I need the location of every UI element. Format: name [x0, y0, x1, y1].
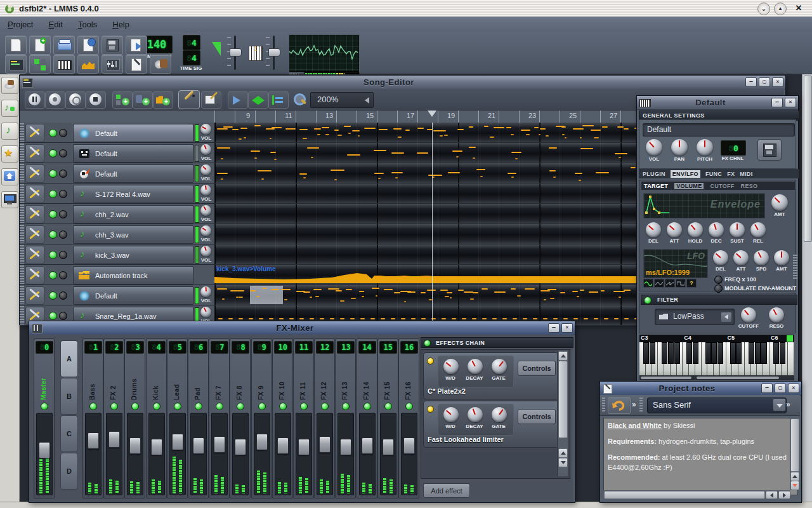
env-hold-knob[interactable]: [688, 222, 703, 237]
track-volume-knob[interactable]: [200, 205, 211, 216]
track-volume-label[interactable]: VOL: [198, 176, 214, 182]
track-name-plate[interactable]: ♪S-172 Real 4.wav: [73, 185, 193, 203]
fx-channel-fader-handle[interactable]: [277, 438, 289, 454]
fx-channel-mute-led[interactable]: [405, 403, 413, 410]
zoom-combo-arrow-icon[interactable]: [365, 97, 369, 104]
track-solo-knob[interactable]: [59, 190, 67, 198]
fx-channel-strip[interactable]: 10FX 10: [272, 338, 293, 498]
fx-channel-mute-led[interactable]: [195, 403, 202, 410]
menu-project[interactable]: Project: [0, 18, 41, 30]
fx-channel-mute-led[interactable]: [110, 403, 118, 410]
track-tools-button[interactable]: [25, 185, 44, 203]
track-grip-handle[interactable]: [20, 286, 24, 304]
track-grip-handle[interactable]: [20, 144, 24, 162]
loop-points-button[interactable]: [248, 91, 268, 109]
track-tools-button[interactable]: [25, 164, 44, 183]
lfo-square-wave-button[interactable]: [676, 279, 686, 288]
window-titlebar[interactable]: dsfbl2* - LMMS 0.4.0 ⌄ ▴ ✕: [0, 0, 812, 17]
master-volume-handle[interactable]: [230, 48, 242, 57]
track-name-plate[interactable]: ♪kick_3.wav: [73, 246, 193, 264]
fx-channel-strip[interactable]: 89FX 9: [251, 338, 272, 498]
recently-opened-projects-button[interactable]: [77, 36, 99, 55]
track-tools-button[interactable]: [25, 225, 44, 244]
env-target-reso[interactable]: RESO: [741, 183, 758, 189]
add-bb-track-button[interactable]: +: [112, 91, 133, 109]
track-solo-knob[interactable]: [59, 312, 67, 320]
lfo-del-knob[interactable]: [713, 250, 728, 265]
effect-item[interactable]: W/DDECAYGATEControlsC* Plate2x2: [423, 352, 559, 399]
envelope-graph[interactable]: Envelope: [643, 193, 765, 218]
piano-octave-bar[interactable]: C3C4C5C6: [639, 335, 794, 342]
fx-channel-strip[interactable]: 87FX 7: [209, 338, 230, 498]
fx-channel-mute-led[interactable]: [237, 403, 244, 410]
fx-channel-fader-slot[interactable]: [169, 413, 186, 495]
song-editor-window-minimize-button[interactable]: –: [745, 77, 757, 87]
fx-mixer-body[interactable]: 80MasterABCD81Bass82FX 283Drums84Kick85L…: [29, 335, 573, 502]
notes-text-area[interactable]: Black and White by SkiessiRequirements: …: [603, 418, 797, 495]
lfo-freq-x100-label[interactable]: FREQ x 100: [724, 276, 756, 283]
track-tools-button[interactable]: [25, 124, 44, 142]
instrument-editor-window-close-button[interactable]: ✕: [785, 98, 796, 107]
export-project-button[interactable]: [126, 36, 147, 55]
piano-white-key[interactable]: [788, 342, 794, 375]
song-editor-window-titlebar[interactable]: Song-Editor–▢✕: [20, 76, 785, 90]
piano-black-key[interactable]: [705, 342, 711, 364]
fx-channel-fader-slot[interactable]: [232, 413, 249, 495]
track-volume-knob[interactable]: [200, 164, 211, 175]
env-amount-knob-label[interactable]: AMT: [763, 211, 797, 217]
effect-knob-decay[interactable]: [468, 359, 483, 374]
bb-editor-button[interactable]: [29, 55, 51, 74]
track-solo-knob[interactable]: [59, 210, 67, 218]
instrument-pitch-knob[interactable]: [697, 139, 713, 156]
lfo-amt-knob[interactable]: [774, 250, 789, 265]
piano-black-key[interactable]: [780, 342, 785, 364]
fx-channel-fader-slot[interactable]: [337, 413, 354, 495]
timeline-number[interactable]: 17: [404, 112, 417, 119]
tab-env-lfo[interactable]: ENV/LFO: [671, 170, 700, 178]
track-mute-led[interactable]: [49, 291, 57, 300]
track-volume-label[interactable]: VOL: [198, 217, 214, 222]
fx-channel-strip[interactable]: 86Pad: [188, 338, 209, 498]
track-volume-knob[interactable]: [200, 286, 211, 297]
track-volume-knob[interactable]: [200, 225, 211, 236]
tab-fx[interactable]: FX: [727, 171, 735, 177]
fx-channel-mute-led[interactable]: [384, 403, 392, 410]
effect-knob-w-d[interactable]: [443, 359, 459, 374]
track-mute-led[interactable]: [49, 210, 57, 218]
track-mute-led[interactable]: [49, 129, 57, 137]
fx-channel-strip[interactable]: 11FX 11: [293, 338, 314, 498]
env-target-volume[interactable]: VOLUME: [674, 183, 704, 189]
env-dec-knob[interactable]: [709, 222, 724, 237]
instrument-editor-window[interactable]: Default–✕GENERAL SETTINGSDefaultVOLPANPI…: [636, 95, 799, 384]
fx-channel-number-display[interactable]: 16: [400, 341, 418, 354]
fx-channel-strip[interactable]: 84Kick: [146, 338, 167, 498]
maximize-window-button[interactable]: ▴: [774, 3, 787, 15]
filter-cutoff-knob[interactable]: [741, 307, 756, 323]
fx-channel-strip[interactable]: 14FX 14: [357, 338, 377, 498]
fx-channel-strip[interactable]: 16FX 16: [398, 338, 419, 498]
fx-bank-button-a[interactable]: A: [60, 340, 78, 377]
piano-black-key[interactable]: [736, 342, 742, 364]
lfo-modulate-checkbox[interactable]: [714, 284, 723, 293]
fx-channel-fader-handle[interactable]: [362, 438, 373, 454]
add-sample-track-button[interactable]: +: [133, 91, 153, 109]
effect-knob-w-d[interactable]: [443, 407, 459, 422]
timeline-number[interactable]: 23: [526, 112, 539, 119]
autoscroll-button[interactable]: [228, 91, 248, 109]
fx-channel-fader-slot[interactable]: [211, 413, 228, 495]
playhead-marker[interactable]: [428, 110, 436, 117]
effects-chain-panel[interactable]: EFFECTS CHAINW/DDECAYGATEControlsC* Plat…: [421, 337, 570, 499]
fx-channel-number-display[interactable]: 88: [232, 341, 249, 354]
fx-channel-display[interactable]: 80: [721, 140, 746, 156]
fx-channel-number-display[interactable]: 83: [126, 341, 144, 354]
fx-channel-mute-led[interactable]: [89, 403, 97, 410]
fx-channel-fader-slot[interactable]: [106, 413, 122, 495]
piano-black-key[interactable]: [749, 342, 754, 364]
fx-channel-fader-handle[interactable]: [88, 432, 99, 449]
fx-channel-fader-handle[interactable]: [383, 439, 394, 455]
track-tools-button[interactable]: [25, 144, 44, 163]
track-volume-label[interactable]: VOL: [198, 196, 214, 202]
track-solo-knob[interactable]: [59, 231, 67, 239]
fx-channel-mute-led[interactable]: [216, 403, 223, 410]
sidebar-my-projects-button[interactable]: ♪: [1, 100, 18, 117]
